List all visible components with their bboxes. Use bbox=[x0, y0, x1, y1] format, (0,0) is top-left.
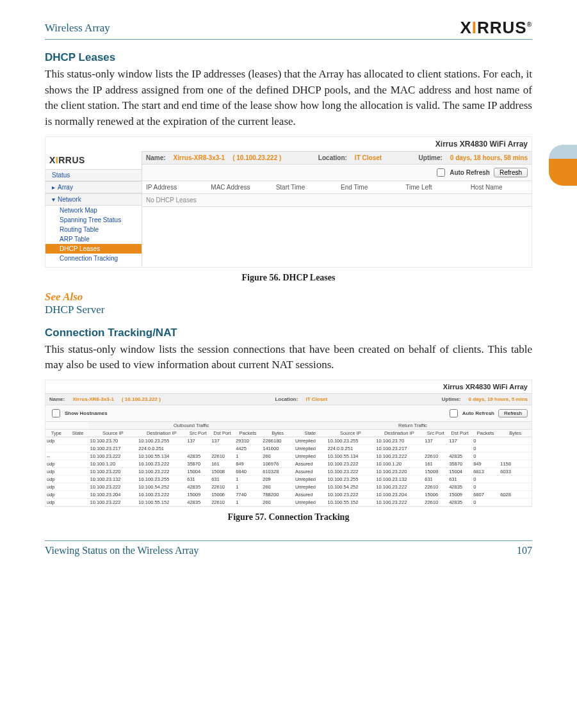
table-cell: 10.100.23.70 bbox=[88, 437, 137, 444]
footer-page-number: 107 bbox=[517, 545, 532, 556]
location-value[interactable]: IT Closet bbox=[355, 154, 382, 161]
page-thumb-tab bbox=[549, 145, 577, 186]
table-cell: Assured bbox=[294, 460, 327, 467]
table-row: --10.100.23.22210.100.55.134428352261012… bbox=[45, 452, 532, 460]
table-cell: 631 bbox=[210, 475, 234, 483]
table-cell: 10.100.23.222 bbox=[326, 460, 375, 467]
table-cell bbox=[67, 498, 89, 506]
table-cell: 0 bbox=[472, 498, 499, 506]
table-header: Destination IP bbox=[137, 429, 186, 437]
auto-refresh-checkbox[interactable]: Auto Refresh bbox=[447, 407, 494, 419]
table-cell: 6840 bbox=[234, 467, 261, 475]
name-value[interactable]: Xirrus-XR8-3x3-1 bbox=[72, 396, 113, 402]
body-text-ct: This status-only window lists the sessio… bbox=[45, 342, 532, 373]
table-cell: 10.100.55.134 bbox=[137, 452, 186, 460]
table-cell: 22610 bbox=[210, 452, 234, 460]
table-cell: 224.0.0.251 bbox=[137, 444, 186, 452]
sidebar-sub-item[interactable]: Spanning Tree Status bbox=[45, 215, 142, 225]
table-cell bbox=[499, 452, 532, 460]
table-cell: 6028 bbox=[499, 490, 532, 498]
sidebar-sub-item[interactable]: ARP Table bbox=[45, 234, 142, 244]
table-cell bbox=[67, 490, 89, 498]
table-row: udp10.100.23.22210.100.55.15242835226101… bbox=[45, 498, 532, 506]
table-cell: 42835 bbox=[186, 498, 210, 506]
table-cell: 2286180 bbox=[261, 437, 294, 444]
info-header: Name: Xirrus-XR8-3x3-1 ( 10.100.23.222 )… bbox=[45, 393, 532, 405]
refresh-button[interactable]: Refresh bbox=[498, 409, 528, 417]
sidebar-sub-item[interactable]: Routing Table bbox=[45, 225, 142, 234]
table-cell: 0 bbox=[472, 444, 499, 452]
table-cell: udp bbox=[45, 475, 67, 483]
sidebar-sub-item[interactable]: DHCP Leases bbox=[45, 244, 142, 254]
auto-refresh-checkbox[interactable]: Auto Refresh bbox=[434, 166, 490, 179]
refresh-button[interactable]: Refresh bbox=[494, 168, 528, 177]
table-cell: 10.100.23.132 bbox=[375, 475, 423, 483]
name-value[interactable]: Xirrus-XR8-3x3-1 bbox=[174, 154, 225, 161]
table-cell: 10.100.23.217 bbox=[375, 444, 423, 452]
show-hostnames-input[interactable] bbox=[52, 409, 60, 417]
table-cell bbox=[186, 444, 210, 452]
table-cell bbox=[499, 475, 532, 483]
table-cell: Assured bbox=[294, 467, 327, 475]
table-cell: 10.100.23.255 bbox=[326, 475, 375, 483]
sidebar-sub-item[interactable]: Connection Tracking bbox=[45, 254, 142, 263]
table-cell: 10.100.23.70 bbox=[375, 437, 423, 444]
table-cell: 10.100.23.222 bbox=[375, 452, 423, 460]
table-cell bbox=[499, 437, 532, 444]
table-cell: 10.100.23.222 bbox=[137, 467, 186, 475]
table-cell: 42835 bbox=[448, 452, 472, 460]
doc-title: Wireless Array bbox=[45, 22, 110, 35]
auto-refresh-input[interactable] bbox=[437, 168, 445, 177]
table-header: End Time bbox=[337, 181, 402, 194]
table-cell: 10.100.23.255 bbox=[137, 437, 186, 444]
table-cell: 15006 bbox=[210, 490, 234, 498]
refresh-row: Show Hostnames Auto Refresh Refresh bbox=[45, 405, 532, 422]
table-cell: 7740 bbox=[234, 490, 261, 498]
table-cell: 260 bbox=[261, 483, 294, 490]
show-hostnames-checkbox[interactable]: Show Hostnames bbox=[49, 407, 108, 419]
table-cell: 1 bbox=[234, 452, 261, 460]
table-cell: 10.100.55.134 bbox=[326, 452, 375, 460]
table-cell: 42835 bbox=[448, 498, 472, 506]
nav-status[interactable]: Status bbox=[45, 169, 142, 181]
sidebar-sub-item[interactable]: Network Map bbox=[45, 206, 142, 215]
table-cell: 10.100.1.20 bbox=[375, 460, 423, 467]
info-header: Name: Xirrus-XR8-3x3-1 ( 10.100.23.222 )… bbox=[142, 151, 532, 165]
table-cell: udp bbox=[45, 490, 67, 498]
location-value[interactable]: IT Closet bbox=[305, 396, 327, 402]
table-cell bbox=[499, 444, 532, 452]
section-heading-ct: Connection Tracking/NAT bbox=[45, 327, 532, 339]
auto-refresh-input[interactable] bbox=[450, 409, 458, 417]
table-cell: 6807 bbox=[472, 490, 499, 498]
table-cell: 141600 bbox=[261, 444, 294, 452]
table-header: Source IP bbox=[88, 429, 137, 437]
table-cell: 22610 bbox=[210, 483, 234, 490]
doc-header: Wireless Array XIRRUS® bbox=[45, 18, 532, 40]
table-cell: 10.100.23.222 bbox=[137, 490, 186, 498]
table-cell: 10.100.23.255 bbox=[137, 475, 186, 483]
table-row: udp10.100.23.13210.100.23.2556316311209U… bbox=[45, 475, 532, 483]
table-cell: 22610 bbox=[210, 498, 234, 506]
table-header: State bbox=[67, 429, 89, 437]
table-cell: 10.100.23.222 bbox=[326, 467, 375, 475]
table-cell: 10.100.23.132 bbox=[88, 475, 137, 483]
table-cell: 788200 bbox=[261, 490, 294, 498]
table-cell: udp bbox=[45, 467, 67, 475]
table-cell: 610328 bbox=[261, 467, 294, 475]
dhcp-table: IP AddressMAC AddressStart TimeEnd TimeT… bbox=[142, 181, 532, 194]
device-title: Xirrus XR4830 WiFi Array bbox=[45, 137, 532, 151]
table-cell: 631 bbox=[448, 475, 472, 483]
table-cell: 161 bbox=[423, 460, 448, 467]
table-cell: 35870 bbox=[448, 460, 472, 467]
table-cell: 15008 bbox=[210, 467, 234, 475]
table-cell: 22610 bbox=[423, 498, 448, 506]
table-header: Dst Port bbox=[210, 429, 234, 437]
table-cell: 10.100.55.152 bbox=[137, 498, 186, 506]
table-cell: 224.0.0.251 bbox=[326, 444, 375, 452]
table-header: IP Address bbox=[142, 181, 207, 194]
nav-array[interactable]: ▸ Array bbox=[45, 181, 142, 193]
sidebar-logo: XIRRUS bbox=[45, 154, 142, 169]
see-also-link[interactable]: DHCP Server bbox=[45, 303, 532, 316]
table-cell: Unreplied bbox=[294, 498, 327, 506]
nav-network[interactable]: ▾ Network bbox=[45, 193, 142, 206]
